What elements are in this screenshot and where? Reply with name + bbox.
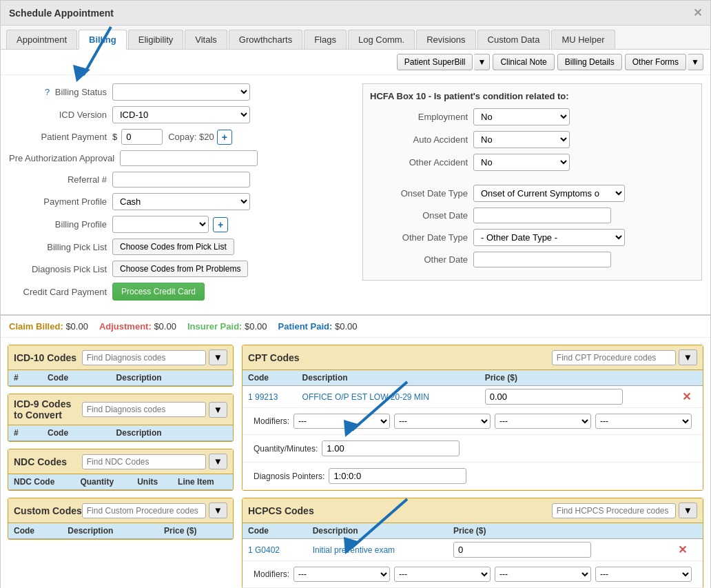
- cpt-mod-select-2[interactable]: ---: [394, 414, 491, 429]
- tab-growthcharts[interactable]: Growthcharts: [229, 30, 302, 49]
- ndc-table: NDC Code Quantity Units Line Item: [8, 474, 233, 490]
- tab-appointment[interactable]: Appointment: [6, 30, 77, 49]
- referral-control: [112, 172, 349, 187]
- pre-auth-control: [120, 150, 349, 166]
- onset-date-row: Onset Date: [370, 207, 694, 223]
- superbill-dropdown-button[interactable]: ▼: [474, 54, 490, 70]
- process-credit-card-button[interactable]: Process Credit Card: [112, 283, 205, 301]
- billing-form: ? Billing Status ICD Version ICD-10: [1, 75, 710, 316]
- cpt-search-button[interactable]: ▼: [679, 349, 697, 365]
- tab-billing[interactable]: Billing: [79, 30, 127, 50]
- icd10-search-area: ▼: [82, 349, 227, 365]
- cpt-table: Code Description Price ($) 1 99213: [243, 370, 703, 490]
- hcpcs-code-link-1[interactable]: 1 G0402: [248, 545, 280, 555]
- other-date-input[interactable]: [473, 252, 611, 267]
- custom-search-button[interactable]: ▼: [209, 503, 227, 518]
- referral-input[interactable]: [112, 172, 250, 187]
- other-forms-dropdown-button[interactable]: ▼: [688, 54, 703, 70]
- tab-flags[interactable]: Flags: [304, 30, 347, 49]
- cpt-mod-select-4[interactable]: ---: [595, 414, 692, 429]
- tab-log-comm[interactable]: Log Comm.: [348, 30, 415, 49]
- billing-status-select[interactable]: [112, 83, 250, 101]
- patient-payment-label: Patient Payment: [9, 132, 112, 142]
- ndc-col-code: NDC Code: [8, 474, 74, 490]
- custom-title: Custom Codes: [14, 505, 82, 516]
- ndc-col-qty: Quantity: [74, 474, 132, 490]
- hcpcs-row-1-price: [448, 539, 672, 561]
- hcpcs-desc-link-1[interactable]: Initial preventive exam: [313, 545, 395, 555]
- icd-version-label: ICD Version: [9, 110, 112, 120]
- right-form-section: HCFA Box 10 - Is patient's condition rel…: [362, 83, 702, 306]
- cpt-quantity-input[interactable]: [322, 440, 460, 456]
- cpt-price-input-1[interactable]: [485, 389, 623, 405]
- hcpcs-price-input-1[interactable]: [453, 542, 591, 558]
- superbill-button[interactable]: Patient SuperBill: [397, 54, 473, 70]
- billing-profile-add-button[interactable]: +: [213, 217, 228, 232]
- pre-auth-input[interactable]: [120, 150, 258, 166]
- toolbar: Patient SuperBill ▼ Clinical Note Billin…: [1, 50, 710, 75]
- help-icon[interactable]: ?: [45, 87, 50, 97]
- tab-custom-data[interactable]: Custom Data: [477, 30, 550, 49]
- cpt-delete-btn-1[interactable]: ✕: [682, 390, 691, 403]
- cpt-mod-select-1[interactable]: ---: [293, 414, 390, 429]
- diagnosis-pick-list-button[interactable]: Choose Codes from Pt Problems: [112, 261, 248, 277]
- billing-profile-select[interactable]: [112, 216, 209, 233]
- tab-revisions[interactable]: Revisions: [416, 30, 475, 49]
- ndc-search-area: ▼: [82, 454, 227, 469]
- hcpcs-mod-select-1[interactable]: ---: [293, 567, 390, 582]
- hcpcs-mod-select-3[interactable]: ---: [495, 567, 591, 582]
- other-accident-select[interactable]: NoYes: [473, 154, 570, 171]
- hcpcs-search-button[interactable]: ▼: [679, 503, 697, 518]
- credit-card-control: Process Credit Card: [112, 283, 349, 301]
- tab-vitals[interactable]: Vitals: [185, 30, 227, 49]
- hcpcs-section: HCPCS Codes ▼ Code Description Price ($): [242, 498, 703, 588]
- cpt-desc-link-1[interactable]: OFFICE O/P EST LOW 20-29 MIN: [302, 392, 429, 402]
- tab-mu-helper[interactable]: MU Helper: [551, 30, 615, 49]
- payment-profile-select[interactable]: Cash: [112, 193, 250, 210]
- hcpcs-delete-btn-1[interactable]: ✕: [678, 543, 687, 556]
- hcpcs-row-1-code: 1 G0402: [243, 539, 307, 561]
- auto-accident-select[interactable]: NoYes: [473, 131, 570, 148]
- other-forms-button[interactable]: Other Forms: [625, 54, 686, 70]
- copay-add-button[interactable]: +: [217, 130, 232, 145]
- employment-select[interactable]: NoYes: [473, 108, 570, 125]
- icd10-search-button[interactable]: ▼: [209, 349, 227, 365]
- billing-details-button[interactable]: Billing Details: [557, 54, 622, 70]
- custom-search-input[interactable]: [82, 503, 206, 518]
- patient-payment-input[interactable]: [121, 129, 163, 145]
- hcfa-box: HCFA Box 10 - Is patient's condition rel…: [362, 83, 702, 281]
- other-date-type-label: Other Date Type: [370, 232, 473, 243]
- tab-eligibility[interactable]: Eligibility: [128, 30, 184, 49]
- other-date-type-select[interactable]: - Other Date Type -: [473, 229, 625, 246]
- cpt-code-link-1[interactable]: 1 99213: [248, 392, 278, 402]
- onset-date-input[interactable]: [473, 207, 611, 223]
- icd-version-select[interactable]: ICD-10: [112, 106, 250, 123]
- icd9-search-input[interactable]: [82, 402, 206, 417]
- credit-card-row: Credit Card Payment Process Credit Card: [9, 283, 349, 301]
- hcpcs-mod-select-4[interactable]: ---: [595, 567, 692, 582]
- onset-date-type-control: Onset of Current Symptoms o: [473, 185, 694, 202]
- ndc-search-button[interactable]: ▼: [209, 454, 227, 469]
- icd9-search-area: ▼: [82, 402, 227, 418]
- other-date-label: Other Date: [370, 254, 473, 265]
- icd10-search-input[interactable]: [82, 350, 206, 365]
- hcpcs-header: HCPCS Codes ▼: [243, 498, 703, 523]
- cpt-row-1-code: 1 99213: [243, 386, 297, 408]
- cpt-mod-select-3[interactable]: ---: [495, 414, 591, 429]
- billing-pick-list-button[interactable]: Choose Codes from Pick List: [112, 239, 234, 255]
- patient-payment-control: $ Copay: $20 +: [112, 129, 349, 145]
- cpt-search-input[interactable]: [552, 350, 676, 365]
- hcpcs-search-area: ▼: [552, 503, 697, 518]
- clinical-note-button[interactable]: Clinical Note: [493, 54, 554, 70]
- hcpcs-search-input[interactable]: [552, 503, 676, 518]
- onset-date-type-select[interactable]: Onset of Current Symptoms o: [473, 185, 625, 202]
- hcpcs-mod-select-2[interactable]: ---: [394, 567, 491, 582]
- diagnosis-pick-list-label: Diagnosis Pick List: [9, 264, 112, 274]
- ndc-search-input[interactable]: [82, 454, 206, 469]
- close-button[interactable]: ✕: [693, 6, 702, 19]
- billing-profile-control: +: [112, 216, 349, 233]
- hcpcs-col-price: Price ($): [448, 523, 672, 539]
- icd9-search-button[interactable]: ▼: [209, 402, 227, 418]
- cpt-diagnosis-input[interactable]: [329, 468, 466, 484]
- payment-profile-label: Payment Profile: [9, 196, 112, 207]
